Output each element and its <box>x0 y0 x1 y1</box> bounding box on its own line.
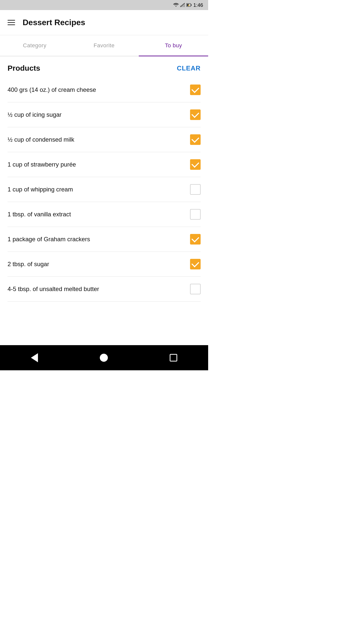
svg-rect-6 <box>191 4 192 6</box>
item-checkbox-7[interactable] <box>190 234 201 245</box>
item-checkbox-3[interactable] <box>190 134 201 145</box>
status-icons: ⚡ 1:46 <box>173 2 203 8</box>
app-bar: Dessert Recipes <box>0 10 208 35</box>
list-item: 1 cup of whipping cream <box>8 177 201 202</box>
app-title: Dessert Recipes <box>23 18 85 27</box>
nav-home-button[interactable] <box>100 354 108 362</box>
list-item: ½ cup of icing sugar <box>8 102 201 127</box>
item-label: 1 cup of whipping cream <box>8 186 73 193</box>
tab-favorite[interactable]: Favorite <box>69 35 139 56</box>
list-item: 1 package of Graham crackers <box>8 227 201 252</box>
tabs-bar: Category Favorite To buy <box>0 35 208 56</box>
menu-icon[interactable] <box>8 20 15 25</box>
nav-back-button[interactable] <box>31 353 38 362</box>
list-item: 400 grs (14 oz.) of cream cheese <box>8 77 201 102</box>
item-checkbox-9[interactable] <box>190 284 201 294</box>
item-checkbox-2[interactable] <box>190 109 201 120</box>
item-checkbox-5[interactable] <box>190 184 201 195</box>
tab-category[interactable]: Category <box>0 35 69 56</box>
list-item: 1 tbsp. of vanilla extract <box>8 202 201 227</box>
list-item: 2 tbsp. of sugar <box>8 252 201 277</box>
tab-tobuy[interactable]: To buy <box>139 35 208 56</box>
item-checkbox-8[interactable] <box>190 259 201 269</box>
products-title: Products <box>8 64 40 72</box>
item-label: ½ cup of icing sugar <box>8 111 62 118</box>
list-item: 1 cup of strawberry purée <box>8 152 201 177</box>
signal-icon <box>180 3 185 7</box>
item-label: ½ cup of condensed milk <box>8 136 74 143</box>
items-list: 400 grs (14 oz.) of cream cheese ½ cup o… <box>0 77 208 302</box>
content-area: Products CLEAR 400 grs (14 oz.) of cream… <box>0 56 208 345</box>
item-label: 1 tbsp. of vanilla extract <box>8 211 71 218</box>
nav-recents-button[interactable] <box>170 354 177 361</box>
back-icon <box>31 353 38 362</box>
item-label: 2 tbsp. of sugar <box>8 261 49 268</box>
list-item: 4-5 tbsp. of unsalted melted butter <box>8 277 201 302</box>
item-label: 1 cup of strawberry purée <box>8 161 76 168</box>
clear-button[interactable]: CLEAR <box>177 64 201 72</box>
home-icon <box>100 354 108 362</box>
list-item: ½ cup of condensed milk <box>8 127 201 152</box>
status-time: 1:46 <box>193 2 203 8</box>
item-checkbox-1[interactable] <box>190 85 201 95</box>
item-label: 400 grs (14 oz.) of cream cheese <box>8 86 96 93</box>
wifi-icon <box>173 3 179 7</box>
battery-icon: ⚡ <box>186 3 192 7</box>
products-header: Products CLEAR <box>0 56 208 77</box>
item-label: 1 package of Graham crackers <box>8 236 90 243</box>
status-bar: ⚡ 1:46 <box>0 0 208 10</box>
recents-icon <box>170 354 177 361</box>
item-checkbox-4[interactable] <box>190 159 201 170</box>
item-checkbox-6[interactable] <box>190 209 201 220</box>
svg-text:⚡: ⚡ <box>188 4 190 7</box>
item-label: 4-5 tbsp. of unsalted melted butter <box>8 286 99 293</box>
bottom-nav <box>0 345 208 370</box>
